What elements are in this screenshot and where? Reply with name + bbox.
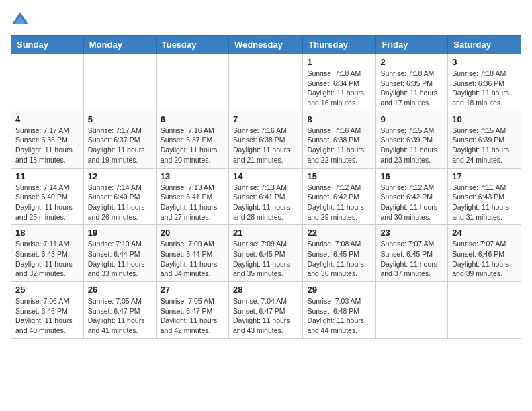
day-info: Sunrise: 7:04 AMSunset: 6:47 PMDaylight:… — [233, 296, 298, 336]
calendar-cell: 23Sunrise: 7:07 AMSunset: 6:45 PMDayligh… — [376, 225, 448, 282]
day-info: Sunrise: 7:13 AMSunset: 6:41 PMDaylight:… — [233, 183, 298, 222]
calendar-week-3: 11Sunrise: 7:14 AMSunset: 6:40 PMDayligh… — [11, 168, 521, 225]
day-info: Sunrise: 7:18 AMSunset: 6:35 PMDaylight:… — [380, 68, 443, 108]
day-info: Sunrise: 7:18 AMSunset: 6:36 PMDaylight:… — [452, 68, 517, 108]
calendar-week-4: 18Sunrise: 7:11 AMSunset: 6:43 PMDayligh… — [11, 225, 521, 282]
day-info: Sunrise: 7:11 AMSunset: 6:43 PMDaylight:… — [15, 239, 79, 279]
calendar-cell: 3Sunrise: 7:18 AMSunset: 6:36 PMDaylight… — [448, 54, 521, 111]
calendar-cell: 14Sunrise: 7:13 AMSunset: 6:41 PMDayligh… — [228, 168, 302, 225]
calendar-table: SundayMondayTuesdayWednesdayThursdayFrid… — [11, 35, 521, 339]
day-number: 28 — [233, 285, 298, 295]
day-number: 8 — [307, 114, 371, 124]
calendar-cell: 10Sunrise: 7:15 AMSunset: 6:39 PMDayligh… — [448, 111, 521, 168]
day-number: 3 — [452, 57, 517, 67]
day-info: Sunrise: 7:10 AMSunset: 6:44 PMDaylight:… — [88, 239, 152, 279]
calendar-cell: 7Sunrise: 7:16 AMSunset: 6:38 PMDaylight… — [228, 111, 302, 168]
calendar-cell: 25Sunrise: 7:06 AMSunset: 6:46 PMDayligh… — [11, 282, 84, 339]
weekday-header-sunday: Sunday — [11, 36, 84, 54]
calendar-cell: 5Sunrise: 7:17 AMSunset: 6:37 PMDaylight… — [83, 111, 156, 168]
day-info: Sunrise: 7:11 AMSunset: 6:43 PMDaylight:… — [452, 183, 517, 222]
weekday-header-wednesday: Wednesday — [228, 36, 302, 54]
day-info: Sunrise: 7:14 AMSunset: 6:40 PMDaylight:… — [15, 183, 79, 222]
calendar-cell: 1Sunrise: 7:18 AMSunset: 6:34 PMDaylight… — [303, 54, 376, 111]
day-number: 1 — [307, 57, 371, 67]
day-info: Sunrise: 7:09 AMSunset: 6:45 PMDaylight:… — [233, 239, 298, 279]
calendar-cell: 8Sunrise: 7:16 AMSunset: 6:38 PMDaylight… — [303, 111, 376, 168]
day-info: Sunrise: 7:13 AMSunset: 6:41 PMDaylight:… — [161, 183, 224, 222]
calendar-cell: 28Sunrise: 7:04 AMSunset: 6:47 PMDayligh… — [228, 282, 302, 339]
day-number: 17 — [452, 171, 517, 181]
calendar-cell: 18Sunrise: 7:11 AMSunset: 6:43 PMDayligh… — [11, 225, 84, 282]
weekday-header-saturday: Saturday — [448, 36, 521, 54]
day-info: Sunrise: 7:08 AMSunset: 6:45 PMDaylight:… — [307, 239, 371, 279]
day-number: 12 — [88, 171, 152, 181]
day-number: 14 — [233, 171, 298, 181]
calendar-cell — [228, 54, 302, 111]
day-number: 15 — [307, 171, 371, 181]
day-info: Sunrise: 7:05 AMSunset: 6:47 PMDaylight:… — [88, 296, 152, 336]
day-number: 13 — [161, 171, 224, 181]
day-number: 16 — [380, 171, 443, 181]
calendar-cell: 13Sunrise: 7:13 AMSunset: 6:41 PMDayligh… — [156, 168, 228, 225]
day-info: Sunrise: 7:17 AMSunset: 6:37 PMDaylight:… — [88, 126, 152, 165]
calendar-cell — [83, 54, 156, 111]
day-info: Sunrise: 7:18 AMSunset: 6:34 PMDaylight:… — [307, 68, 371, 108]
calendar-cell: 9Sunrise: 7:15 AMSunset: 6:39 PMDaylight… — [376, 111, 448, 168]
calendar-cell: 21Sunrise: 7:09 AMSunset: 6:45 PMDayligh… — [228, 225, 302, 282]
calendar-cell: 26Sunrise: 7:05 AMSunset: 6:47 PMDayligh… — [83, 282, 156, 339]
calendar-cell: 22Sunrise: 7:08 AMSunset: 6:45 PMDayligh… — [303, 225, 376, 282]
calendar-cell: 29Sunrise: 7:03 AMSunset: 6:48 PMDayligh… — [303, 282, 376, 339]
day-info: Sunrise: 7:07 AMSunset: 6:46 PMDaylight:… — [452, 239, 517, 279]
day-number: 19 — [88, 228, 152, 238]
day-info: Sunrise: 7:16 AMSunset: 6:38 PMDaylight:… — [307, 126, 371, 165]
day-info: Sunrise: 7:07 AMSunset: 6:45 PMDaylight:… — [380, 239, 443, 279]
day-number: 2 — [380, 57, 443, 67]
day-number: 23 — [380, 228, 443, 238]
calendar-cell: 27Sunrise: 7:05 AMSunset: 6:47 PMDayligh… — [156, 282, 228, 339]
day-info: Sunrise: 7:05 AMSunset: 6:47 PMDaylight:… — [161, 296, 224, 336]
day-number: 6 — [161, 114, 224, 124]
day-number: 9 — [380, 114, 443, 124]
calendar-cell: 20Sunrise: 7:09 AMSunset: 6:44 PMDayligh… — [156, 225, 228, 282]
logo-icon — [11, 11, 30, 30]
day-number: 4 — [15, 114, 79, 124]
calendar-cell: 19Sunrise: 7:10 AMSunset: 6:44 PMDayligh… — [83, 225, 156, 282]
day-info: Sunrise: 7:06 AMSunset: 6:46 PMDaylight:… — [15, 296, 79, 336]
calendar-cell — [448, 282, 521, 339]
calendar-cell: 15Sunrise: 7:12 AMSunset: 6:42 PMDayligh… — [303, 168, 376, 225]
day-info: Sunrise: 7:16 AMSunset: 6:37 PMDaylight:… — [161, 126, 224, 165]
day-number: 27 — [161, 285, 224, 295]
calendar-week-1: 1Sunrise: 7:18 AMSunset: 6:34 PMDaylight… — [11, 54, 521, 111]
calendar-cell: 12Sunrise: 7:14 AMSunset: 6:40 PMDayligh… — [83, 168, 156, 225]
weekday-header-tuesday: Tuesday — [156, 36, 228, 54]
calendar-cell: 4Sunrise: 7:17 AMSunset: 6:36 PMDaylight… — [11, 111, 84, 168]
day-number: 22 — [307, 228, 371, 238]
weekday-header-monday: Monday — [83, 36, 156, 54]
day-number: 18 — [15, 228, 79, 238]
day-number: 11 — [15, 171, 79, 181]
day-info: Sunrise: 7:03 AMSunset: 6:48 PMDaylight:… — [307, 296, 371, 336]
page-header — [11, 11, 521, 30]
day-number: 29 — [307, 285, 371, 295]
day-info: Sunrise: 7:17 AMSunset: 6:36 PMDaylight:… — [15, 126, 79, 165]
calendar-cell: 16Sunrise: 7:12 AMSunset: 6:42 PMDayligh… — [376, 168, 448, 225]
calendar-cell: 2Sunrise: 7:18 AMSunset: 6:35 PMDaylight… — [376, 54, 448, 111]
calendar-week-2: 4Sunrise: 7:17 AMSunset: 6:36 PMDaylight… — [11, 111, 521, 168]
day-info: Sunrise: 7:15 AMSunset: 6:39 PMDaylight:… — [452, 126, 517, 165]
day-number: 25 — [15, 285, 79, 295]
logo — [11, 11, 32, 30]
day-number: 20 — [161, 228, 224, 238]
day-info: Sunrise: 7:14 AMSunset: 6:40 PMDaylight:… — [88, 183, 152, 222]
calendar-cell: 11Sunrise: 7:14 AMSunset: 6:40 PMDayligh… — [11, 168, 84, 225]
calendar-cell — [11, 54, 84, 111]
day-info: Sunrise: 7:12 AMSunset: 6:42 PMDaylight:… — [307, 183, 371, 222]
weekday-header-thursday: Thursday — [303, 36, 376, 54]
day-number: 7 — [233, 114, 298, 124]
day-info: Sunrise: 7:12 AMSunset: 6:42 PMDaylight:… — [380, 183, 443, 222]
calendar-week-5: 25Sunrise: 7:06 AMSunset: 6:46 PMDayligh… — [11, 282, 521, 339]
day-info: Sunrise: 7:16 AMSunset: 6:38 PMDaylight:… — [233, 126, 298, 165]
day-number: 24 — [452, 228, 517, 238]
day-number: 10 — [452, 114, 517, 124]
weekday-header-row: SundayMondayTuesdayWednesdayThursdayFrid… — [11, 36, 521, 54]
calendar-cell: 17Sunrise: 7:11 AMSunset: 6:43 PMDayligh… — [448, 168, 521, 225]
